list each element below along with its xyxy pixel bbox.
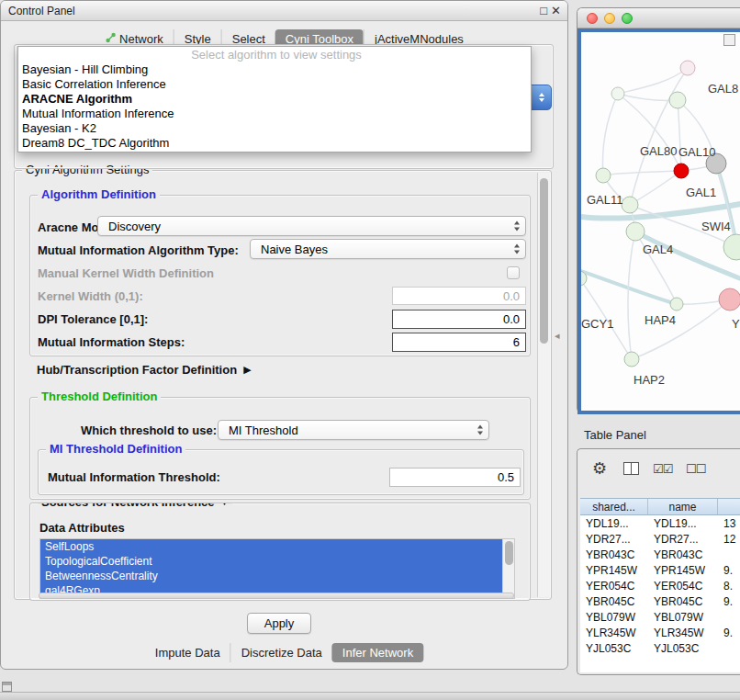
expander-open-icon: ▼ [220, 502, 230, 507]
cyni-bottom-tabs: Impute Data Discretize Data Infer Networ… [145, 643, 423, 662]
network-view-window: GAL8 GAL80 GAL10 GAL11 GAL1 SWI4 GAL4 GC… [577, 7, 740, 413]
network-node[interactable] [680, 61, 695, 75]
apply-button[interactable]: Apply [247, 613, 311, 634]
deselect-all-icon[interactable]: ☐☐ [686, 462, 705, 476]
threshold-definition-group: Threshold Definition Which threshold to … [29, 397, 531, 500]
network-edge [618, 68, 688, 94]
mi-threshold-input[interactable]: 0.5 [389, 468, 521, 487]
control-panel-titlebar[interactable]: Control Panel [1, 1, 567, 21]
table-row[interactable]: YER054CYER054C8. [580, 578, 740, 593]
restore-window-icon[interactable]: □ [540, 4, 547, 18]
table-row[interactable]: YPR145WYPR145W9. [580, 562, 740, 578]
network-node-label: GAL1 [686, 186, 716, 199]
dropdown-item[interactable]: Mutual Information Inference [18, 107, 531, 121]
table-row[interactable]: YBR045CYBR045C9. [580, 593, 740, 609]
control-panel-window: Control Panel □ ✕ Network Style Select C… [0, 0, 568, 670]
select-all-icon[interactable]: ☑☑ [653, 462, 672, 476]
network-node-label: Y [732, 317, 740, 331]
data-attributes-list: SelfLoops TopologicalCoefficient Between… [39, 538, 515, 599]
mi-threshold-label: Mutual Information Threshold: [48, 469, 220, 485]
column-layout-icon[interactable] [623, 462, 639, 479]
network-node-label: SWI4 [701, 220, 731, 233]
close-traffic-light[interactable] [587, 13, 598, 24]
gear-icon[interactable]: ⚙ [592, 458, 607, 479]
network-node-label: GAL80 [640, 144, 677, 158]
dropdown-item[interactable]: Dream8 DC_TDC Algorithm [18, 136, 531, 151]
column-header-name[interactable]: name [648, 499, 718, 514]
which-threshold-select[interactable]: MI Threshold [218, 420, 489, 440]
zoom-traffic-light[interactable] [622, 13, 633, 24]
table-row[interactable]: YLR345WYLR345W9. [580, 625, 740, 640]
settings-scrollbar [537, 173, 550, 597]
dropdown-item-selected[interactable]: ARACNE Algorithm [18, 92, 531, 107]
table-row[interactable]: YJL053CYJL053C [580, 640, 740, 656]
tab-impute-data[interactable]: Impute Data [145, 643, 230, 662]
network-node-label: HAP4 [645, 313, 676, 327]
manual-kernel-label: Manual Kernel Width Definition [38, 265, 214, 281]
attribute-item-selected[interactable]: SelfLoops [40, 539, 503, 554]
kernel-width-input[interactable]: 0.0 [392, 287, 526, 305]
close-window-icon[interactable]: ✕ [551, 4, 561, 18]
network-node-label: GAL8 [708, 82, 738, 96]
network-node-gal10[interactable] [674, 164, 689, 178]
table-row[interactable]: YDR27...YDR27...12 [580, 531, 740, 547]
node-table: shared... name YDL19...YDL19...13 YDR27.… [580, 498, 740, 672]
mi-type-select[interactable]: Naive Bayes [250, 239, 526, 259]
table-row[interactable]: YBL079WYBL079W [580, 609, 740, 625]
mi-steps-input[interactable]: 6 [392, 333, 526, 352]
tab-discretize-data[interactable]: Discretize Data [230, 643, 332, 662]
settings-hscrollbar[interactable] [39, 593, 514, 599]
network-node[interactable] [669, 92, 686, 108]
network-node-label: GCY1 [581, 317, 613, 331]
network-edge [602, 94, 618, 175]
panel-collapse-arrow-icon[interactable]: ◂ [555, 330, 560, 342]
minimize-traffic-light[interactable] [604, 13, 615, 24]
tab-infer-network[interactable]: Infer Network [332, 643, 423, 662]
table-panel-title: Table Panel [584, 428, 646, 442]
network-window-titlebar[interactable] [577, 8, 740, 28]
table-panel-window: ⚙ ☑☑ ☐☐ shared... name YDL19...YDL19...1… [577, 448, 740, 675]
network-node[interactable] [624, 352, 639, 367]
dropdown-item[interactable]: Bayesian - Hill Climbing [18, 62, 531, 77]
network-node[interactable] [670, 298, 683, 310]
attribute-list-scrollbar [502, 539, 514, 598]
aracne-mode-select[interactable]: Discovery [97, 216, 526, 236]
attribute-item-selected[interactable]: BetweennessCentrality [40, 569, 503, 583]
settings-scrollbar-thumb[interactable] [540, 178, 548, 344]
network-node[interactable] [626, 222, 645, 241]
sources-group-title[interactable]: Sources for Network Inference ▼ [38, 502, 232, 509]
network-node[interactable] [611, 87, 624, 100]
attribute-list-scrollbar-thumb[interactable] [505, 541, 513, 565]
table-header: shared... name [580, 498, 740, 515]
dropdown-placeholder: Select algorithm to view settings [18, 48, 531, 62]
network-node[interactable] [719, 288, 740, 310]
dropdown-item[interactable]: Basic Correlation Inference [18, 77, 531, 92]
threshold-definition-title: Threshold Definition [38, 390, 161, 403]
attribute-item-selected[interactable]: TopologicalCoefficient [40, 554, 503, 569]
column-header-cut[interactable] [718, 499, 740, 514]
dropdown-item[interactable]: Bayesian - K2 [18, 121, 531, 136]
desktop: Control Panel □ ✕ Network Style Select C… [0, 0, 740, 700]
cyni-algorithm-settings-group: Cyni Algorithm Settings Algorithm Defini… [14, 170, 552, 600]
bottom-panel-edge [0, 692, 740, 700]
algorithm-combo-button[interactable] [531, 85, 552, 110]
network-edge [603, 164, 716, 175]
mi-type-label: Mutual Information Algorithm Type: [38, 242, 239, 258]
dpi-tolerance-input[interactable]: 0.0 [392, 310, 526, 329]
network-canvas[interactable]: GAL8 GAL80 GAL10 GAL11 GAL1 SWI4 GAL4 GC… [577, 28, 740, 414]
network-node-label: HAP2 [633, 373, 665, 387]
network-node[interactable] [622, 197, 638, 213]
hub-definition-expander[interactable]: Hub/Transcription Factor Definition ▶ [37, 361, 252, 378]
network-node-label: GAL11 [587, 193, 623, 207]
network-node[interactable] [596, 168, 611, 183]
collapsed-panel-icon[interactable] [2, 682, 12, 692]
table-row[interactable]: YDL19...YDL19...13 [580, 515, 740, 531]
column-header-shared-name[interactable]: shared... [580, 499, 648, 514]
kernel-width-label: Kernel Width (0,1): [38, 288, 143, 304]
mi-threshold-group: MI Threshold Definition Mutual Informati… [38, 449, 524, 495]
network-node[interactable] [723, 234, 740, 260]
manual-kernel-checkbox[interactable] [507, 266, 520, 279]
table-row[interactable]: YBR043CYBR043C [580, 547, 740, 562]
birdseye-toggle[interactable] [723, 34, 735, 46]
mi-steps-label: Mutual Information Steps: [38, 333, 185, 350]
